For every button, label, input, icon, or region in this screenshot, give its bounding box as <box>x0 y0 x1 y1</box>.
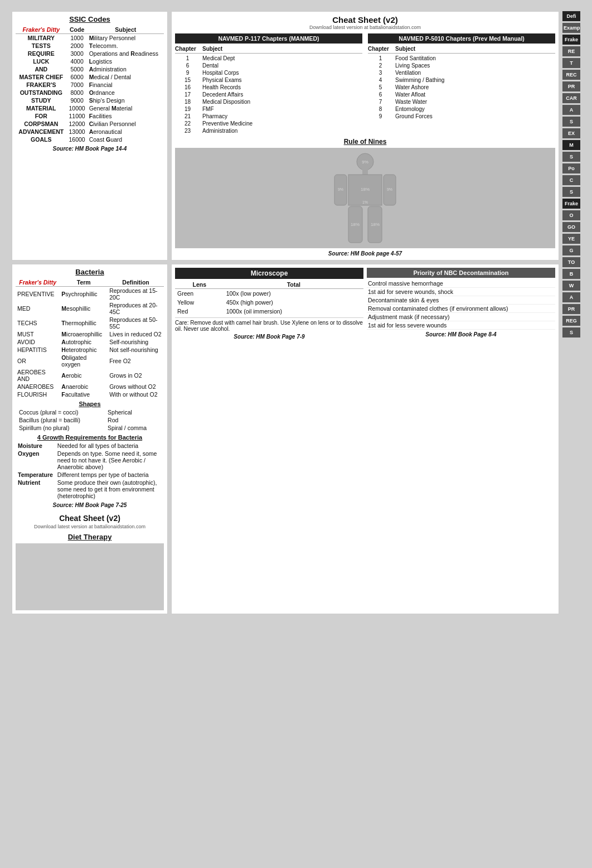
sidebar-item: B <box>562 269 580 279</box>
shape-shape: Rod <box>104 416 164 424</box>
navmed5010-item: 2Living Spaces <box>368 62 555 69</box>
micro-lens: Yellow <box>175 298 224 307</box>
ssic-row: MILITARY1000Military Personnel <box>16 34 164 42</box>
navmed5010-item: 8Entomology <box>368 105 555 113</box>
bacteria-row: MUSTMicroaerophillicLives in reduced O2 <box>16 330 164 338</box>
navmed117-item: 6Dental <box>175 62 362 69</box>
micro-total: 450x (high power) <box>224 298 363 307</box>
growth-factor: Oxygen <box>16 450 55 471</box>
bacteria-term-cell: Obligated oxygen <box>60 354 108 368</box>
growth-factor: Temperature <box>16 471 55 479</box>
ssic-ditty-cell: ADVANCEMENT <box>16 128 67 136</box>
sidebar-item: S <box>562 327 580 337</box>
ssic-ditty-cell: REQUIRE <box>16 50 67 57</box>
sidebar-item: YE <box>562 234 580 244</box>
ssic-ditty-cell: GOALS <box>16 136 67 143</box>
bacteria-row: HEPATITISHeterotrophicNot self-nourishin… <box>16 346 164 354</box>
sidebar-item: T <box>562 58 580 68</box>
bacteria-title: Bacteria <box>16 268 164 276</box>
main-content: SSIC Codes Fraker's Ditty Code Subject M… <box>12 11 559 857</box>
ssic-row: LUCK4000Logistics <box>16 57 164 65</box>
shapes-title: Shapes <box>16 401 164 407</box>
ssic-ditty-cell: MILITARY <box>16 34 67 42</box>
top-row: SSIC Codes Fraker's Ditty Code Subject M… <box>12 11 559 261</box>
rule-source: Source: HM Book page 4-57 <box>175 250 555 257</box>
micro-row: Red1000x (oil immersion) <box>175 307 363 316</box>
cheat-section: Cheat Sheet (v2) Download latest version… <box>171 11 559 261</box>
nbc-source: Source: HM Book Page 8-4 <box>367 331 555 337</box>
sidebar-item: S <box>562 117 580 127</box>
navmed117-item: 23Administration <box>175 127 362 134</box>
sidebar-item: G <box>562 245 580 255</box>
micro-total-header: Total <box>224 281 363 289</box>
sidebar-item: PR <box>562 304 580 314</box>
ssic-code-cell: 1000 <box>67 34 88 42</box>
diet-cheat-subtitle: Download latest version at battalionaids… <box>16 524 164 529</box>
ssic-code-cell: 3000 <box>67 50 88 57</box>
ssic-ditty-cell: FOR <box>16 112 67 120</box>
bacteria-source: Source: HM Book Page 7-25 <box>16 502 164 508</box>
sidebar-item: A <box>562 292 580 302</box>
ssic-code-cell: 10000 <box>67 104 88 112</box>
shape-name: Bacillus (plural = bacilli) <box>16 416 104 424</box>
bacteria-def-cell: Lives in reduced O2 <box>108 330 164 338</box>
bacteria-col-term: Term <box>60 278 108 287</box>
nbc-list: Control massive hemorrhage1st aid for se… <box>367 279 555 330</box>
nbc-item: Removal contaminated clothes (if environ… <box>367 305 555 313</box>
navmed117-item: 9Hospital Corps <box>175 69 362 76</box>
body-diagram: 9% 18% 9% 9% 18% 18% 1% <box>309 151 421 245</box>
ssic-row: AND5000Administration <box>16 65 164 73</box>
shape-shape: Spherical <box>104 408 164 416</box>
growth-row: NutrientSome produce their own (autotrop… <box>16 479 164 500</box>
ssic-subject-cell: Civilian Personnel <box>88 120 164 128</box>
sidebar-item: Frake <box>562 199 580 209</box>
ssic-ditty-cell: AND <box>16 65 67 73</box>
ssic-subject-cell: Military Personnel <box>88 34 164 42</box>
ssic-subject-cell: Telecomm. <box>88 42 164 50</box>
shape-row: Bacillus (plural = bacilli)Rod <box>16 416 164 424</box>
navmed5010-item: 5Water Ashore <box>368 84 555 91</box>
ssic-code-cell: 16000 <box>67 136 88 143</box>
bacteria-def-cell: Reproduces at 50-55C <box>108 316 164 330</box>
navmed117-item: 15Physical Exams <box>175 76 362 84</box>
ssic-row: FOR11000Facilities <box>16 112 164 120</box>
sidebar-item: C <box>562 175 580 185</box>
navmed117-item: 22Preventive Medicine <box>175 120 362 127</box>
ssic-code-cell: 12000 <box>67 120 88 128</box>
shape-name: Spirillum (no plural) <box>16 424 104 432</box>
shape-shape: Spiral / comma <box>104 424 164 432</box>
sidebar-item: S <box>562 187 580 197</box>
navmed5010-item: 3Ventilation <box>368 69 555 76</box>
ssic-col-code: Code <box>67 26 88 34</box>
growth-row: MoistureNeeded for all types of bacteria <box>16 442 164 450</box>
rule-of-nines-title: Rule of Nines <box>175 138 555 146</box>
navmed117-item: 18Medical Disposition <box>175 98 362 105</box>
bacteria-col-ditty: Fraker's Ditty <box>16 278 60 287</box>
growth-title: 4 Growth Requirements for Bacteria <box>16 434 164 441</box>
shape-row: Coccus (plural = cocci)Spherical <box>16 408 164 416</box>
diet-placeholder <box>16 543 164 610</box>
micro-nbc-row: Microscope Lens Total Green100x (low pow… <box>175 268 555 340</box>
bacteria-row: ANAEROBESAnaerobicGrows without O2 <box>16 383 164 390</box>
navmed5010-item: 7Waste Water <box>368 98 555 105</box>
sidebar-item: REG <box>562 316 580 326</box>
navmed5010-box: NAVMED P-5010 Chapters (Prev Med Manual) <box>368 33 555 44</box>
navmed5010-header: Chapter Subject <box>368 46 555 54</box>
ssic-subject-cell: Administration <box>88 65 164 73</box>
navmed117-item: 17Decedent Affairs <box>175 91 362 98</box>
bacteria-ditty-cell: MUST <box>16 330 60 338</box>
growth-desc: Needed for all types of bacteria <box>55 442 164 450</box>
bacteria-row: TECHSThermophillicReproduces at 50-55C <box>16 316 164 330</box>
bacteria-row: PREVENTIVEPsychrophillicReproduces at 15… <box>16 287 164 302</box>
shapes-table: Coccus (plural = cocci)SphericalBacillus… <box>16 408 164 432</box>
ssic-code-cell: 8000 <box>67 89 88 97</box>
sidebar-item: PR <box>562 81 580 91</box>
ssic-row: GOALS16000Coast Guard <box>16 136 164 143</box>
growth-desc: Some produce their own (autotrophic), so… <box>55 479 164 500</box>
micro-col: Microscope Lens Total Green100x (low pow… <box>175 268 363 340</box>
ssic-row: CORPSMAN12000Civilian Personnel <box>16 120 164 128</box>
growth-table: MoistureNeeded for all types of bacteria… <box>16 442 164 500</box>
ssic-subject-cell: Financial <box>88 81 164 89</box>
growth-desc: Different temps per type of bacteria <box>55 471 164 479</box>
ssic-subject-cell: Coast Guard <box>88 136 164 143</box>
